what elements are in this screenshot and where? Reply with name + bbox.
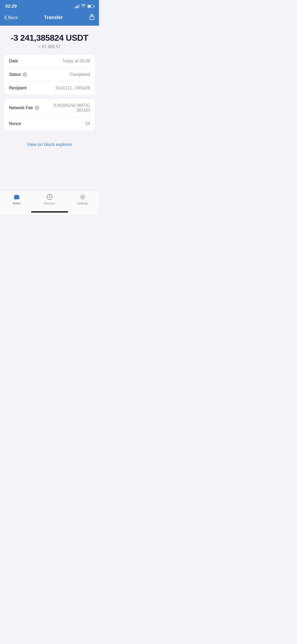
wallet-tab-label: Wallet — [12, 202, 20, 205]
recipient-row: Recipient 0x11111...f4fAa26 — [4, 81, 95, 95]
tab-wallet[interactable]: Wallet — [0, 193, 33, 205]
nonce-value: 24 — [85, 121, 90, 126]
svg-point-9 — [82, 196, 83, 198]
signal-icon — [75, 4, 79, 8]
recipient-value: 0x11111...f4fAa26 — [56, 86, 90, 90]
share-button[interactable] — [89, 14, 95, 21]
svg-point-4 — [49, 196, 50, 197]
battery-icon — [87, 5, 94, 8]
discover-icon — [46, 193, 53, 201]
network-fee-value: 0,00285292 MATIC (€0,00) — [54, 103, 90, 113]
details-card: Date Today at 00:09 Status i Completed R… — [4, 54, 95, 95]
main-content: -3 241,385824 USDT ≈ €2 806,57 Date Toda… — [0, 26, 99, 190]
amount-secondary: ≈ €2 806,57 — [5, 44, 94, 49]
status-bar: 02:29 — [0, 0, 99, 12]
home-indicator — [0, 211, 99, 215]
svg-rect-1 — [14, 196, 19, 199]
tab-bar: Wallet Discover Settings — [0, 190, 99, 211]
settings-tab-label: Settings — [77, 202, 88, 205]
nonce-label: Nonce — [9, 121, 21, 126]
network-fee-label: Network Fee i — [9, 105, 39, 110]
status-icons — [75, 4, 94, 9]
fees-card: Network Fee i 0,00285292 MATIC (€0,00) N… — [4, 99, 95, 130]
date-value: Today at 00:09 — [62, 59, 90, 63]
home-bar — [31, 211, 68, 213]
wifi-icon — [81, 4, 86, 9]
status-value: Completed — [70, 72, 90, 77]
discover-tab-label: Discover — [44, 202, 55, 205]
wallet-icon — [13, 193, 20, 201]
date-row: Date Today at 00:09 — [4, 54, 95, 68]
amount-section: -3 241,385824 USDT ≈ €2 806,57 — [0, 26, 99, 54]
tab-discover[interactable]: Discover — [33, 193, 66, 205]
amount-primary: -3 241,385824 USDT — [5, 33, 94, 43]
block-explorer-section: View on block explorer — [0, 135, 99, 155]
status-label: Status i — [9, 72, 27, 77]
recipient-label: Recipient — [9, 86, 27, 90]
date-label: Date — [9, 59, 18, 63]
status-info-icon[interactable]: i — [22, 72, 27, 77]
status-row: Status i Completed — [4, 68, 95, 81]
back-label: Back — [8, 15, 18, 20]
network-fee-row: Network Fee i 0,00285292 MATIC (€0,00) — [4, 99, 95, 117]
status-time: 02:29 — [5, 4, 17, 9]
nav-title: Transfer — [44, 15, 63, 20]
settings-icon — [79, 193, 86, 201]
back-button[interactable]: Back — [4, 15, 18, 20]
nonce-row: Nonce 24 — [4, 117, 95, 130]
tab-settings[interactable]: Settings — [66, 193, 99, 205]
fee-info-icon[interactable]: i — [35, 105, 39, 110]
block-explorer-link[interactable]: View on block explorer — [27, 142, 72, 147]
nav-bar: Back Transfer — [0, 12, 99, 26]
